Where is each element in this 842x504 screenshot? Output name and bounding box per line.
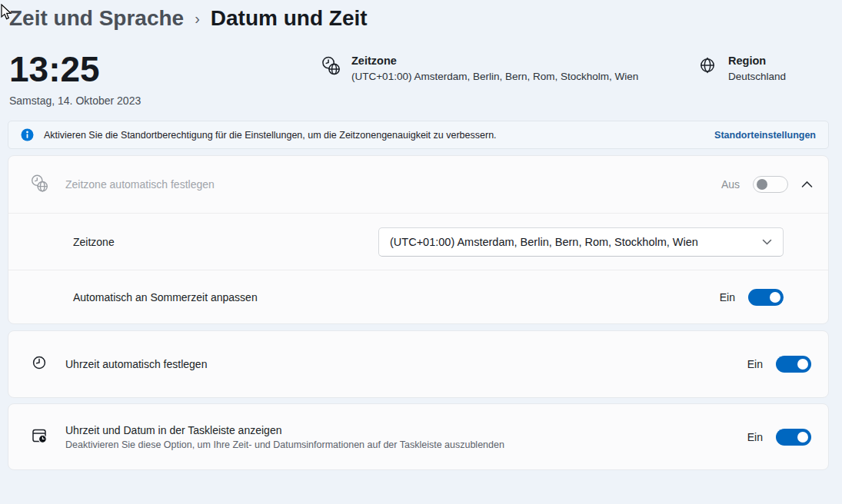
clock-icon (30, 353, 48, 375)
auto-time-card: Uhrzeit automatisch festlegen Ein (8, 330, 829, 398)
auto-time-label: Uhrzeit automatisch festlegen (65, 358, 207, 370)
timezone-globe-clock-icon (30, 174, 48, 195)
taskbar-clock-icon (30, 426, 48, 448)
region-value: Deutschland (728, 71, 786, 82)
globe-icon (697, 55, 717, 78)
location-info-banner: Aktivieren Sie die Standortberechtigung … (8, 121, 829, 149)
auto-time-state: Ein (747, 358, 763, 370)
taskbar-clock-card: Uhrzeit und Datum in der Taskleiste anze… (8, 403, 829, 470)
timezone-value: (UTC+01:00) Amsterdam, Berlin, Bern, Rom… (351, 71, 638, 82)
setting-row-auto-time: Uhrzeit automatisch festlegen Ein (8, 331, 828, 397)
region-label: Region (728, 55, 786, 67)
timezone-select-label: Zeitzone (73, 236, 115, 248)
page-title: Datum und Zeit (211, 6, 368, 31)
taskbar-clock-toggle[interactable] (776, 429, 811, 446)
auto-timezone-toggle[interactable] (753, 176, 788, 193)
timezone-dropdown[interactable]: (UTC+01:00) Amsterdam, Berlin, Bern, Rom… (378, 227, 784, 257)
auto-timezone-label: Zeitzone automatisch festlegen (65, 178, 215, 191)
hero-region: Region Deutschland (697, 51, 827, 82)
hero-section: 13:25 Samstag, 14. Oktober 2023 Zeitzone… (9, 51, 827, 107)
taskbar-clock-state: Ein (747, 431, 763, 443)
setting-row-auto-timezone[interactable]: Zeitzone automatisch festlegen Aus (8, 156, 828, 213)
clock-block: 13:25 Samstag, 14. Oktober 2023 (9, 51, 321, 107)
mouse-cursor-icon (1, 4, 14, 21)
breadcrumb-parent[interactable]: Zeit und Sprache (9, 6, 184, 31)
current-date: Samstag, 14. Oktober 2023 (9, 94, 321, 107)
collapse-chevron-icon[interactable] (801, 181, 813, 188)
breadcrumb-separator-icon: › (195, 10, 200, 28)
location-settings-link[interactable]: Standorteinstellungen (714, 130, 816, 141)
chevron-down-icon (762, 239, 772, 245)
auto-timezone-card: Zeitzone automatisch festlegen Aus Zeitz… (8, 155, 829, 324)
breadcrumb: Zeit und Sprache › Datum und Zeit (0, 0, 842, 31)
hero-timezone: Zeitzone (UTC+01:00) Amsterdam, Berlin, … (321, 51, 697, 82)
banner-message: Aktivieren Sie die Standortberechtigung … (44, 130, 704, 141)
info-icon (21, 128, 34, 141)
setting-row-taskbar-clock: Uhrzeit und Datum in der Taskleiste anze… (8, 404, 828, 469)
current-time: 13:25 (9, 51, 321, 88)
taskbar-clock-description: Deaktivieren Sie diese Option, um Ihre Z… (65, 439, 504, 450)
setting-row-timezone-select: Zeitzone (UTC+01:00) Amsterdam, Berlin, … (8, 213, 828, 270)
setting-row-dst: Automatisch an Sommerzeit anpassen Ein (8, 270, 828, 323)
auto-time-toggle[interactable] (776, 356, 811, 373)
taskbar-clock-label: Uhrzeit und Datum in der Taskleiste anze… (65, 424, 504, 436)
timezone-globe-clock-icon (321, 55, 341, 78)
dst-state: Ein (720, 291, 735, 303)
dst-toggle[interactable] (748, 289, 784, 306)
timezone-label: Zeitzone (351, 55, 638, 67)
auto-timezone-state: Aus (721, 178, 740, 191)
dst-label: Automatisch an Sommerzeit anpassen (73, 291, 258, 303)
timezone-dropdown-value: (UTC+01:00) Amsterdam, Berlin, Bern, Rom… (390, 236, 698, 248)
